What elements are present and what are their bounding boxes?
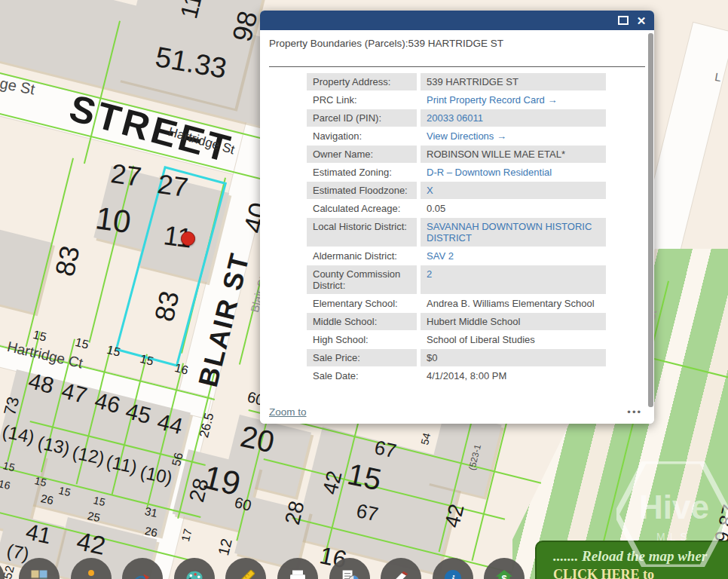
map-label: 15 xyxy=(93,495,107,507)
map-label: BLAIR ST xyxy=(194,250,254,389)
map-label: 25 xyxy=(87,510,101,523)
field-value-link[interactable]: 20033 06011 xyxy=(421,109,606,127)
map-label: 17 xyxy=(179,528,194,543)
field-label: Aldermanic District: xyxy=(307,247,417,265)
popup-row: High School:School of Liberal Studies xyxy=(307,331,606,348)
popup-row: Local Historic District:SAVANNAH DOWNTOW… xyxy=(307,218,606,247)
field-value: ROBINSON WILLE MAE ETAL* xyxy=(421,146,606,163)
map-label: 12 xyxy=(216,537,234,556)
field-label: High School: xyxy=(307,331,417,348)
print-icon xyxy=(287,568,308,579)
map-label: 15 xyxy=(74,336,90,351)
map-label: 67 xyxy=(355,501,381,524)
map-label: (523-1 xyxy=(467,443,482,471)
map-label: 67 xyxy=(373,437,399,461)
field-value-link[interactable]: View Directions → xyxy=(421,127,606,145)
sketch-icon xyxy=(132,568,153,579)
field-label: Navigation: xyxy=(307,127,417,145)
field-value: $0 xyxy=(421,349,606,366)
map-label: 42 xyxy=(442,502,468,530)
map-label: 15 xyxy=(34,475,48,488)
more-options-icon[interactable]: ••• xyxy=(627,406,642,418)
maximize-icon[interactable] xyxy=(616,14,630,26)
map-label: 42 xyxy=(75,528,108,559)
banner-line2-click-here[interactable]: CLICK HERE to xyxy=(553,567,728,579)
map-label: 26 xyxy=(144,525,158,538)
field-label: Estimated Zoning: xyxy=(307,164,417,181)
field-label: Middle School: xyxy=(307,313,417,330)
zoom-to-link[interactable]: Zoom to xyxy=(269,406,307,418)
map-label: L xyxy=(714,71,722,83)
map-label: (14) xyxy=(1,422,36,446)
field-label: Elementary School: xyxy=(307,295,417,312)
popup-row: Owner Name:ROBINSON WILLE MAE ETAL* xyxy=(307,146,606,163)
map-label: 16 xyxy=(173,362,189,377)
field-label: Local Historic District: xyxy=(307,218,417,247)
map-app: ge StSTREETHartridge St51.33981127274010… xyxy=(0,0,728,579)
map-label: 47 xyxy=(60,379,90,407)
popup-titlebar[interactable]: ✕ xyxy=(260,11,654,30)
map-label: 83 xyxy=(51,244,84,279)
field-value-link[interactable]: SAV 2 xyxy=(421,247,606,265)
map-label: 9.87 xyxy=(711,503,728,544)
popup-row: Estimated Floodzone:X xyxy=(307,182,606,199)
map-label: (10) xyxy=(139,463,174,487)
map-label: 44 xyxy=(155,410,185,438)
reload-map-banner[interactable]: ....... Reload the map wher CLICK HERE t… xyxy=(535,541,728,579)
popup-row: Estimated Zoning:D-R – Downtown Resident… xyxy=(307,164,606,181)
map-label: 15 xyxy=(139,353,154,368)
field-label: PRC Link: xyxy=(307,91,417,109)
field-label: County Commission District: xyxy=(307,265,417,294)
field-value: Andrea B. Williams Elementary School xyxy=(421,295,606,312)
field-label: Estimated Floodzone: xyxy=(307,182,417,199)
field-value-link[interactable]: SAVANNAH DOWNTOWN HISTORIC DISTRICT xyxy=(421,218,606,247)
map-label: (12) xyxy=(71,443,106,467)
report-icon xyxy=(339,568,360,579)
map-label: 11 xyxy=(176,0,206,21)
popup-field-table: Property Address:539 HARTRIDGE STPRC Lin… xyxy=(307,73,606,384)
parcel-popup: ✕ Property Boundaries (Parcels):539 HART… xyxy=(260,11,654,424)
popup-row: Elementary School:Andrea B. Williams Ele… xyxy=(307,295,606,312)
map-label: (7) xyxy=(5,541,31,564)
map-label: 42 xyxy=(320,469,346,497)
field-value-link[interactable]: X xyxy=(421,182,606,199)
map-label: ge St xyxy=(0,75,36,97)
close-icon[interactable]: ✕ xyxy=(635,14,648,26)
map-label: 31 xyxy=(144,505,158,519)
field-label: Sale Price: xyxy=(307,349,417,366)
field-label: Owner Name: xyxy=(307,146,417,163)
map-label: 60 xyxy=(233,495,252,513)
map-label: 26 xyxy=(40,492,54,506)
map-label: 20 xyxy=(238,421,277,457)
field-value: Hubert Middle School xyxy=(421,313,606,330)
map-label: (13) xyxy=(36,433,72,458)
field-value-link[interactable]: D-R – Downtown Residential xyxy=(421,164,606,181)
map-label: 51.33 xyxy=(153,42,228,83)
popup-row: County Commission District:2 xyxy=(307,265,606,294)
popup-row: Sale Date:4/1/2014, 8:00 PM xyxy=(307,367,606,384)
map-label: STREET xyxy=(66,89,237,169)
field-label: Property Address: xyxy=(307,73,417,90)
basemap-icon xyxy=(29,568,50,579)
popup-footer: Zoom to ••• xyxy=(260,404,654,424)
field-value-link[interactable]: 2 xyxy=(421,265,606,294)
map-label: 26.5 xyxy=(197,412,216,439)
popup-title: Property Boundaries (Parcels):539 HARTRI… xyxy=(269,38,645,67)
popup-row: Navigation:View Directions → xyxy=(307,127,606,145)
map-label: 15 xyxy=(106,344,121,359)
field-value: 4/1/2014, 8:00 PM xyxy=(421,367,606,384)
field-value-link[interactable]: Print Property Record Card → xyxy=(421,91,606,109)
popup-row: Sale Price:$0 xyxy=(307,349,606,366)
svg-text:$: $ xyxy=(502,573,507,579)
popup-scrollbar[interactable] xyxy=(648,33,653,407)
banner-line1: ....... Reload the map wher xyxy=(553,548,728,565)
popup-row: Parcel ID (PIN):20033 06011 xyxy=(307,109,606,127)
dollar-icon: $ xyxy=(494,568,515,579)
map-label: 15 xyxy=(32,329,47,344)
ruler-icon xyxy=(235,568,256,579)
field-value: School of Liberal Studies xyxy=(421,331,606,348)
map-label: 83 xyxy=(151,289,184,324)
books-icon xyxy=(390,568,411,579)
map-label: (11) xyxy=(105,452,139,476)
map-label: 45 xyxy=(124,400,154,427)
